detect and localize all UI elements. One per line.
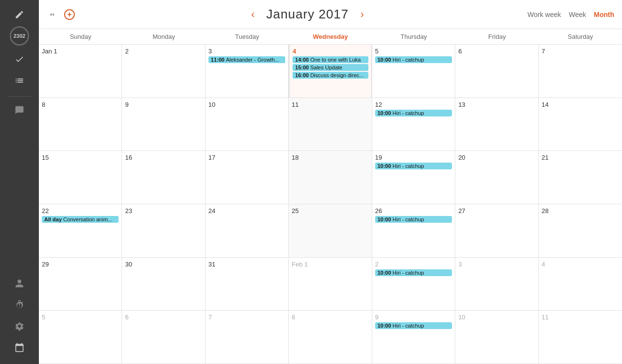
- day-cell[interactable]: 2610:00Hiri - catchup: [372, 204, 455, 257]
- day-cell[interactable]: 21: [539, 151, 622, 204]
- day-cell[interactable]: 28: [539, 204, 622, 257]
- week-view-button[interactable]: Week: [569, 11, 586, 18]
- calendar-event[interactable]: 15:00Sales Update: [293, 64, 368, 71]
- day-cell[interactable]: 24: [206, 204, 289, 257]
- main-content: + ‹ January 2017 › Work week Week Month …: [39, 0, 622, 364]
- day-header-saturday: Saturday: [539, 29, 622, 44]
- event-title: Hiri - catchup: [393, 323, 424, 329]
- day-cell[interactable]: 8: [39, 98, 122, 151]
- day-cell[interactable]: 5: [39, 311, 122, 364]
- calendar-event[interactable]: 10:00Hiri - catchup: [375, 163, 452, 169]
- day-number: 18: [292, 154, 298, 161]
- day-number: 4: [293, 48, 296, 55]
- view-switcher: Work week Week Month: [527, 11, 614, 18]
- day-number: 28: [542, 207, 549, 215]
- create-button[interactable]: +: [64, 9, 78, 20]
- event-title: One to one with Luka: [310, 57, 361, 63]
- person-icon[interactable]: [10, 274, 29, 293]
- day-cell[interactable]: 10: [455, 311, 538, 364]
- day-number: 6: [125, 314, 128, 321]
- edit-icon[interactable]: [10, 5, 29, 24]
- day-cell[interactable]: 11: [539, 311, 622, 364]
- calendar-icon[interactable]: [10, 338, 29, 357]
- day-cell[interactable]: 30: [122, 258, 205, 311]
- calendar-event[interactable]: 10:00Hiri - catchup: [375, 56, 452, 63]
- week-row-3: 22All dayConversation anim...2324252610:…: [39, 204, 622, 258]
- day-cell[interactable]: 311:00Aleksander - Growth...: [206, 45, 289, 98]
- event-title: Sales Update: [310, 65, 342, 70]
- day-number: 7: [542, 48, 545, 55]
- day-cell[interactable]: 9: [122, 98, 205, 151]
- day-cell[interactable]: 20: [455, 151, 538, 204]
- event-time: 10:00: [378, 216, 391, 222]
- day-cell[interactable]: 3: [455, 258, 538, 311]
- day-cell[interactable]: 6: [455, 45, 538, 98]
- week-row-5: 5678910:00Hiri - catchup1011: [39, 311, 622, 364]
- calendar-event[interactable]: 10:00Hiri - catchup: [375, 269, 452, 276]
- day-cell[interactable]: 22All dayConversation anim...: [39, 204, 122, 257]
- calendar-event[interactable]: 16:00Discuss design direc...: [293, 72, 368, 79]
- day-cell[interactable]: 18: [289, 151, 372, 204]
- day-cell[interactable]: 31: [206, 258, 289, 311]
- day-cell[interactable]: 1910:00Hiri - catchup: [372, 151, 455, 204]
- day-cell[interactable]: 910:00Hiri - catchup: [372, 311, 455, 364]
- day-cell[interactable]: 15: [39, 151, 122, 204]
- day-cell[interactable]: 1210:00Hiri - catchup: [372, 98, 455, 151]
- day-cell[interactable]: 17: [206, 151, 289, 204]
- day-number: 17: [208, 154, 215, 161]
- day-number: 27: [458, 207, 465, 215]
- timer-icon[interactable]: [10, 295, 29, 314]
- day-number: 4: [542, 261, 545, 268]
- calendar-event[interactable]: 10:00Hiri - catchup: [375, 110, 452, 116]
- day-cell[interactable]: 6: [122, 311, 205, 364]
- day-cell[interactable]: 27: [455, 204, 538, 257]
- day-cell[interactable]: 23: [122, 204, 205, 257]
- day-number: 10: [458, 314, 465, 321]
- check-icon[interactable]: [10, 50, 29, 69]
- day-cell[interactable]: 13: [455, 98, 538, 151]
- day-cell[interactable]: 10: [206, 98, 289, 151]
- day-cell[interactable]: 8: [289, 311, 372, 364]
- day-cell[interactable]: 510:00Hiri - catchup: [372, 45, 455, 98]
- badge-count[interactable]: 2302: [10, 26, 29, 46]
- chat-icon[interactable]: [10, 100, 29, 120]
- settings-icon[interactable]: [10, 316, 29, 336]
- event-time: 14:00: [295, 57, 309, 63]
- day-cell[interactable]: 414:00One to one with Luka15:00Sales Upd…: [289, 45, 372, 98]
- calendar-event[interactable]: 10:00Hiri - catchup: [375, 322, 452, 329]
- day-cell[interactable]: 29: [39, 258, 122, 311]
- day-headers: SundayMondayTuesdayWednesdayThursdayFrid…: [39, 29, 622, 45]
- day-number: 11: [292, 101, 298, 108]
- month-view-button[interactable]: Month: [594, 11, 614, 18]
- plus-circle-icon: +: [64, 9, 75, 20]
- day-number: 22: [42, 207, 49, 215]
- calendar-event[interactable]: 14:00One to one with Luka: [293, 56, 368, 63]
- event-title: Aleksander - Growth...: [226, 57, 279, 63]
- day-cell[interactable]: 2: [122, 45, 205, 98]
- year-label: 2017: [319, 7, 349, 21]
- collapse-button[interactable]: [47, 9, 58, 20]
- day-number: 14: [542, 101, 549, 108]
- calendar-event[interactable]: 11:00Aleksander - Growth...: [208, 56, 285, 63]
- day-cell[interactable]: 210:00Hiri - catchup: [372, 258, 455, 311]
- day-number: 13: [458, 101, 465, 108]
- day-cell[interactable]: 7: [206, 311, 289, 364]
- day-cell[interactable]: 4: [539, 258, 622, 311]
- prev-month-button[interactable]: ‹: [247, 6, 259, 23]
- day-number: 12: [375, 101, 382, 108]
- day-cell[interactable]: Feb 1: [289, 258, 372, 311]
- day-number: 24: [208, 207, 215, 215]
- calendar-event[interactable]: 10:00Hiri - catchup: [375, 216, 452, 223]
- day-number: 5: [375, 48, 379, 55]
- next-month-button[interactable]: ›: [357, 6, 368, 23]
- work-week-view-button[interactable]: Work week: [527, 11, 561, 18]
- day-cell[interactable]: 11: [289, 98, 372, 151]
- day-cell[interactable]: 14: [539, 98, 622, 151]
- day-number: 15: [42, 154, 49, 161]
- day-cell[interactable]: Jan 1: [39, 45, 122, 98]
- list-icon[interactable]: [10, 71, 29, 90]
- day-cell[interactable]: 25: [289, 204, 372, 257]
- calendar-event[interactable]: All dayConversation anim...: [42, 216, 119, 223]
- day-cell[interactable]: 7: [539, 45, 622, 98]
- day-cell[interactable]: 16: [122, 151, 205, 204]
